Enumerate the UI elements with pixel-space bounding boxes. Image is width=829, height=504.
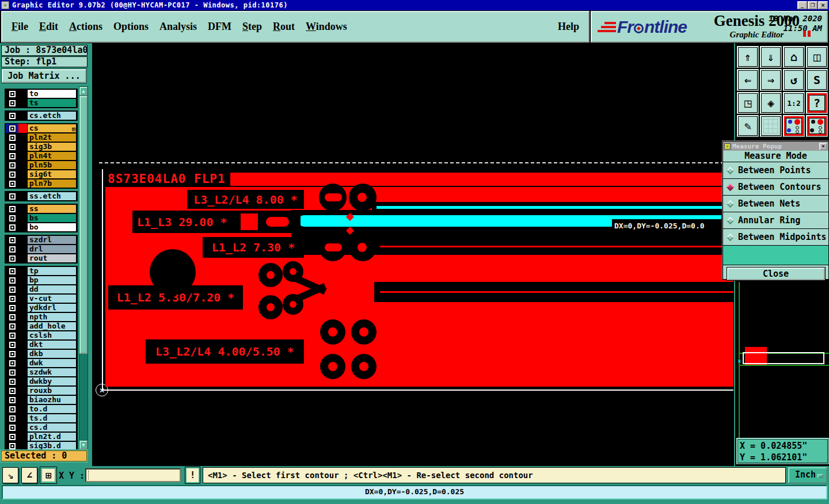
radio-diamond-icon[interactable] <box>727 217 734 224</box>
layer-checkbox[interactable] <box>9 180 16 188</box>
layer-checkbox[interactable] <box>9 268 16 275</box>
zoom-out-button[interactable]: ⇓ <box>760 46 782 68</box>
dialog-close-icon[interactable]: × <box>819 143 827 150</box>
layer-row-ts.d[interactable]: ts.d <box>6 414 77 423</box>
layer-checkbox[interactable] <box>9 100 16 107</box>
layer-row-pln4t[interactable]: pln4t <box>6 151 77 161</box>
layer-row-ydkdrl[interactable]: ydkdrl <box>6 303 77 312</box>
menu-dfm[interactable]: DFM <box>208 21 231 33</box>
layer-name[interactable]: dwk <box>27 358 77 368</box>
layer-checkbox[interactable] <box>9 246 16 253</box>
layer-checkbox[interactable] <box>9 277 16 284</box>
layer-row-pln7b[interactable]: pln7b <box>6 179 77 188</box>
layer-name[interactable]: dkb <box>27 349 77 358</box>
layer-name[interactable]: szdwk <box>27 368 77 377</box>
layer-checkbox[interactable] <box>9 332 16 339</box>
menu-options[interactable]: Options <box>113 21 149 33</box>
layer-row-pln2t[interactable]: pln2t <box>6 133 77 142</box>
dialog-close-button[interactable]: Close <box>727 268 825 280</box>
layer-checkbox[interactable] <box>9 406 16 413</box>
close-button[interactable]: × <box>818 1 828 9</box>
pan-right-button[interactable]: ⇒ <box>760 69 782 91</box>
layer-row-szdwk[interactable]: szdwk <box>6 368 77 377</box>
layer-scrollbar[interactable]: ▲ ▼ <box>79 86 88 450</box>
layer-checkbox[interactable] <box>9 415 16 422</box>
layer-checkbox[interactable] <box>9 205 16 213</box>
layer-checkbox[interactable] <box>9 143 16 151</box>
layer-name[interactable]: dkt <box>27 340 77 349</box>
layer-checkbox[interactable] <box>9 134 16 142</box>
net-compare-button[interactable] <box>806 115 828 137</box>
layer-checkbox[interactable] <box>9 424 16 432</box>
layer-checkbox[interactable] <box>9 360 16 367</box>
layer-checkbox[interactable] <box>9 341 16 349</box>
zoom-center-button[interactable]: ◈ <box>760 92 782 114</box>
menu-rout[interactable]: Rout <box>273 21 295 33</box>
zoom-fit-button[interactable]: ◳ <box>737 92 759 114</box>
layer-checkbox[interactable] <box>9 286 16 293</box>
net-highlight-button[interactable] <box>783 115 805 137</box>
layer-checkbox[interactable] <box>9 442 16 450</box>
layer-row-bp[interactable]: bp <box>6 276 77 285</box>
layer-name[interactable]: sig6t <box>27 170 77 179</box>
layer-name[interactable]: sig3b <box>27 142 77 151</box>
layer-checkbox[interactable] <box>9 369 16 376</box>
layer-name[interactable]: to.d <box>27 404 77 414</box>
layer-name[interactable]: to <box>27 89 77 98</box>
layer-name[interactable]: pln5b <box>27 161 77 170</box>
layer-name[interactable]: cs⊞ <box>27 124 77 133</box>
scroll-down-icon[interactable]: ▼ <box>79 441 88 449</box>
layer-name[interactable]: cs.etch <box>27 111 77 120</box>
layer-name[interactable]: bs <box>27 213 77 223</box>
layer-name[interactable]: dwkby <box>27 377 77 386</box>
menu-windows[interactable]: Windows <box>306 21 347 33</box>
layer-name[interactable]: drl <box>27 245 77 254</box>
layer-row-npth[interactable]: npth <box>6 312 77 322</box>
layer-name[interactable]: biaozhu <box>27 395 77 404</box>
layer-checkbox[interactable] <box>9 215 16 222</box>
layer-row-bs[interactable]: bs <box>6 213 77 223</box>
minimap-viewport[interactable] <box>743 352 824 364</box>
layer-row-cslsh[interactable]: cslsh <box>6 331 77 340</box>
warning-button[interactable]: ! <box>185 467 200 483</box>
layer-checkbox[interactable] <box>9 396 16 404</box>
layer-row-dkb[interactable]: dkb <box>6 349 77 358</box>
layer-name[interactable]: bp <box>27 276 77 285</box>
layer-name[interactable]: tp <box>27 266 77 276</box>
layer-row-dkt[interactable]: dkt <box>6 340 77 349</box>
measure-point-button[interactable]: ⇘ <box>2 467 18 483</box>
layer-row-to[interactable]: to <box>6 89 77 98</box>
layer-row-dwk[interactable]: dwk <box>6 358 77 368</box>
layer-checkbox[interactable] <box>9 236 16 244</box>
layer-checkbox[interactable] <box>9 323 16 330</box>
radio-diamond-icon[interactable] <box>727 200 734 208</box>
scale-1-2-button[interactable]: 1:2 <box>783 92 805 114</box>
dialog-titlebar[interactable]: ✕ Measure Popup × <box>723 142 828 151</box>
grid-button[interactable] <box>760 115 782 137</box>
measure-option-annular-ring[interactable]: Annular Ring <box>723 212 828 229</box>
menu-step[interactable]: Step <box>242 21 262 33</box>
radio-diamond-icon[interactable] <box>727 234 734 241</box>
layer-checkbox[interactable] <box>9 112 16 120</box>
layer-row-ts[interactable]: ts <box>6 98 77 108</box>
layer-name[interactable]: pln2t <box>27 133 77 142</box>
layer-row-dd[interactable]: dd <box>6 285 77 294</box>
help-button[interactable]: ? <box>806 92 828 114</box>
measure-option-between-contours[interactable]: Between Contours <box>723 179 828 196</box>
layer-row-biaozhu[interactable]: biaozhu <box>6 395 77 404</box>
layer-row-v-cut[interactable]: v-cut <box>6 294 77 303</box>
redraw-button[interactable]: S <box>806 69 828 91</box>
layer-checkbox[interactable] <box>9 378 16 385</box>
layer-checkbox[interactable] <box>9 304 16 312</box>
layer-checkbox[interactable] <box>9 387 16 395</box>
layer-name[interactable]: pln2t.d <box>27 432 77 441</box>
layer-name[interactable]: dd <box>27 285 77 294</box>
layer-name[interactable]: ss.etch <box>27 192 77 201</box>
measure-option-between-midpoints[interactable]: Between Midpoints <box>723 229 828 246</box>
zoom-in-button[interactable]: ⇑ <box>737 46 759 68</box>
layer-name[interactable]: ss <box>27 204 77 213</box>
minimize-button[interactable]: _ <box>797 1 807 9</box>
menu-analysis[interactable]: Analysis <box>159 21 197 33</box>
layer-row-rout[interactable]: rout <box>6 254 77 263</box>
layer-checkbox[interactable] <box>9 193 16 200</box>
